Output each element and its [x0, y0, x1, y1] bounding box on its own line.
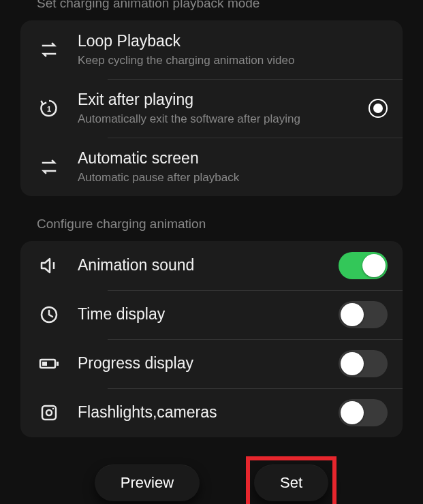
- battery-icon: [35, 358, 63, 370]
- set-button[interactable]: Set: [254, 464, 328, 501]
- time-toggle[interactable]: [339, 301, 388, 328]
- setting-progress: Progress display: [20, 339, 403, 388]
- progress-toggle[interactable]: [339, 350, 388, 377]
- loop-sub: Keep cycling the charging animation vide…: [78, 53, 388, 68]
- svg-rect-5: [42, 406, 56, 420]
- playback-option-loop[interactable]: Loop Playback Keep cycling the charging …: [20, 20, 403, 79]
- sound-icon: [35, 257, 63, 274]
- exit-title: Exit after playing: [78, 90, 360, 110]
- button-row: Preview Set: [20, 458, 403, 504]
- play-once-icon: 1: [35, 98, 63, 119]
- exit-sub: Automatically exit the software after pl…: [78, 112, 360, 127]
- svg-point-6: [46, 410, 52, 415]
- progress-label: Progress display: [78, 354, 330, 373]
- camera-label: Flashlights,cameras: [78, 403, 330, 422]
- svg-rect-4: [42, 362, 47, 366]
- playback-mode-header: Set charging animation playback mode: [20, 0, 403, 11]
- playback-option-auto[interactable]: Automatic screen Automatic pause after p…: [20, 138, 403, 196]
- camera-icon: [35, 404, 63, 422]
- playback-option-exit[interactable]: 1 Exit after playing Automatically exit …: [20, 79, 403, 138]
- auto-title: Automatic screen: [78, 148, 388, 169]
- svg-point-7: [52, 408, 54, 410]
- setting-camera: Flashlights,cameras: [20, 388, 403, 437]
- loop-title: Loop Playback: [78, 31, 388, 52]
- loop-icon-2: [35, 158, 63, 176]
- time-label: Time display: [78, 305, 330, 324]
- configure-header: Configure charging animation: [20, 217, 403, 232]
- preview-button[interactable]: Preview: [95, 464, 200, 501]
- setting-sound: Animation sound: [20, 241, 403, 290]
- svg-text:1: 1: [47, 105, 51, 113]
- playback-mode-card: Loop Playback Keep cycling the charging …: [20, 20, 403, 196]
- clock-icon: [35, 306, 63, 324]
- auto-sub: Automatic pause after playback: [78, 170, 388, 185]
- svg-rect-3: [57, 362, 59, 366]
- configure-card: Animation sound Time display Progress di…: [20, 241, 403, 437]
- setting-time: Time display: [20, 290, 403, 339]
- loop-icon: [35, 41, 63, 59]
- camera-toggle[interactable]: [339, 399, 388, 426]
- exit-radio[interactable]: [369, 99, 388, 118]
- sound-toggle[interactable]: [339, 252, 388, 279]
- sound-label: Animation sound: [78, 256, 330, 274]
